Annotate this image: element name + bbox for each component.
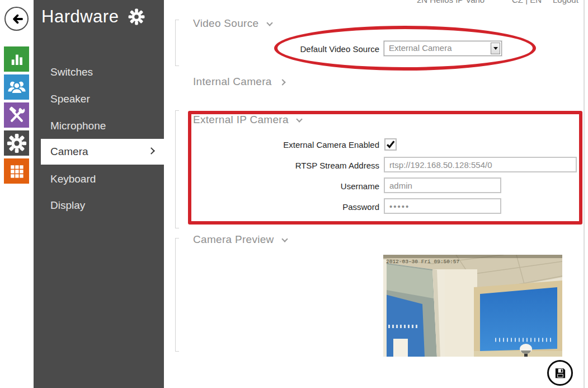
section-title: External IP Camera (193, 114, 289, 125)
hardware-settings-page: Hardware Switches Speaker Microphone (0, 0, 588, 388)
back-button[interactable] (4, 7, 29, 31)
section-bracket (175, 110, 179, 228)
section-header-external-ip-camera[interactable]: External IP Camera (193, 114, 302, 126)
stats-icon[interactable] (4, 46, 29, 72)
section-header-internal-camera[interactable]: Internal Camera (193, 76, 285, 88)
sidebar-item-microphone[interactable]: Microphone (34, 113, 164, 139)
gear-icon (128, 8, 145, 26)
external-camera-enabled-label: External Camera Enabled (185, 140, 379, 149)
app-rail (0, 0, 34, 388)
back-arrow-icon (9, 11, 25, 27)
apps-grid-icon[interactable] (4, 158, 29, 184)
hardware-gear-icon[interactable] (4, 130, 29, 156)
chevron-down-icon (297, 116, 303, 122)
chevron-right-icon (280, 79, 286, 85)
default-video-source-label: Default Video Source (185, 44, 379, 54)
password-label: Password (185, 202, 379, 212)
chevron-down-icon (266, 20, 272, 26)
sidebar-item-keyboard[interactable]: Keyboard (34, 166, 164, 192)
sidebar-item-display[interactable]: Display (34, 193, 164, 218)
external-camera-enabled-checkbox[interactable] (384, 138, 397, 151)
product-name: 2N Helios IP Vario (417, 0, 484, 4)
users-icon[interactable] (4, 74, 29, 100)
sidebar-item-speaker[interactable]: Speaker (34, 86, 164, 112)
preview-timestamp: 2012-03-30 Fri 09:50:57 (386, 259, 459, 265)
section-title: Internal Camera (193, 76, 272, 87)
sidebar-title-label: Hardware (41, 7, 119, 27)
sidebar: Hardware Switches Speaker Microphone (34, 0, 164, 388)
username-input[interactable] (384, 177, 501, 193)
section-title: Camera Preview (193, 233, 274, 245)
section-header-video-source[interactable]: Video Source (193, 17, 272, 30)
rtsp-stream-address-label: RTSP Stream Address (185, 161, 379, 170)
section-bracket (175, 20, 179, 66)
save-button[interactable] (547, 360, 573, 386)
default-video-source-select[interactable]: External Camera (384, 41, 502, 56)
section-header-camera-preview[interactable]: Camera Preview (193, 233, 287, 246)
sidebar-item-camera[interactable]: Camera (41, 139, 164, 165)
rtsp-stream-address-input[interactable] (384, 157, 577, 172)
sidebar-title: Hardware (41, 7, 145, 27)
section-title: Video Source (193, 17, 258, 29)
page-edge-scroll-line[interactable] (584, 0, 585, 388)
dropdown-arrow-icon (493, 47, 498, 50)
chevron-down-icon (282, 236, 288, 242)
save-floppy-icon (554, 367, 567, 380)
select-dropdown-button[interactable] (491, 43, 500, 54)
section-bracket (175, 238, 179, 352)
camera-preview-image: 2012-03-30 Fri 09:50:57 (383, 255, 562, 357)
logout-link[interactable]: Logout (553, 0, 578, 4)
tools-icon[interactable] (4, 102, 29, 128)
username-label: Username (185, 181, 379, 191)
chevron-right-icon (148, 147, 155, 155)
sidebar-item-switches[interactable]: Switches (34, 59, 164, 85)
sidebar-item-camera-label: Camera (50, 146, 88, 157)
checkmark-icon (385, 139, 396, 150)
selected-value: External Camera (389, 43, 452, 53)
password-input[interactable] (384, 198, 501, 214)
language-switcher[interactable]: CZ | EN (512, 0, 542, 4)
